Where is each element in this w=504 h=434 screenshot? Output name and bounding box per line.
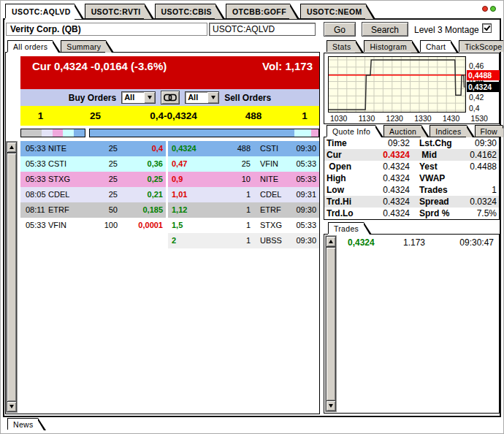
s-s: 1 (215, 187, 251, 202)
montage-scrollbar[interactable] (6, 141, 18, 413)
tab-all-orders[interactable]: All orders (7, 40, 53, 52)
bid-ask-spread: 0,4-0,4324 (130, 110, 217, 121)
c-p: 0,4 (118, 141, 163, 156)
c-s: 100 (86, 218, 118, 233)
tab-quote-info[interactable]: Quote Info (327, 125, 375, 137)
buy-orders-label: Buy Orders (69, 93, 116, 103)
qv2: 7.5% (459, 208, 497, 219)
tab-news[interactable]: News (7, 418, 38, 430)
c-s: 50 (86, 202, 118, 218)
ql: Trd.Lo (327, 208, 364, 219)
quote-info-row: Low0.4324Trades1 (324, 184, 499, 196)
tp: 0,4324 (348, 237, 389, 249)
ql: Open (327, 161, 364, 172)
trades-scrollbar[interactable] (325, 235, 337, 412)
tab-chart[interactable]: Chart (420, 40, 451, 52)
depth-segment (311, 129, 318, 137)
scroll-down-icon[interactable] (7, 401, 17, 412)
buy-order-row[interactable]: 05:33STXG250,25 (20, 172, 166, 187)
scrollbar-thumb[interactable] (326, 247, 336, 401)
ql: Time (327, 137, 364, 149)
tab-auction[interactable]: Auction (383, 125, 421, 137)
quote-info-row: Cur0.4324 Mid0.4162 (324, 149, 499, 161)
status-dot-red-icon (482, 6, 488, 12)
tab-usotc-cbis[interactable]: USOTC:CBIS (155, 4, 215, 18)
c-t: 08:11 (20, 202, 48, 218)
sell-filter-dropdown[interactable]: All (185, 91, 219, 104)
sell-order-row[interactable]: 0,4725VFIN05:33 (168, 156, 319, 172)
tab-usotc-rvti[interactable]: USOTC:RVTI (85, 4, 145, 18)
sell-depth-bar (89, 129, 319, 137)
symbol-input[interactable]: USOTC:AQLVD (209, 23, 316, 36)
c-s: 25 (86, 172, 118, 187)
qr: Sprd % (410, 208, 459, 219)
tab-histogram[interactable]: Histogram (364, 40, 412, 52)
sell-order-row[interactable]: 21UBSS09:30 (168, 233, 319, 248)
tab-usotc-aqlvd[interactable]: USOTC:AQLVD (5, 4, 75, 18)
s-t: 09:30 (287, 233, 316, 248)
depth-segment (63, 129, 74, 137)
quote-tab-bar: Quote InfoAuctionIndicesFlow (327, 125, 504, 137)
qv: 0.4324 (364, 208, 410, 219)
go-button[interactable]: Go (324, 22, 356, 37)
c-m: ETRF (48, 202, 86, 218)
tab-summary[interactable]: Summary (61, 40, 106, 52)
scrollbar-thumb[interactable] (7, 153, 17, 402)
tab-indices[interactable]: Indices (429, 125, 466, 137)
trade-row[interactable]: 0,43241.17309:30:47 (337, 237, 497, 249)
c-p: 0,0001 (118, 218, 163, 233)
level3-montage-checkbox[interactable] (482, 23, 492, 33)
c-m: CSTI (48, 156, 86, 172)
search-button[interactable]: Search (362, 22, 408, 37)
s-m: ETRF (251, 202, 287, 218)
x-tick: 1430 (443, 114, 459, 123)
sell-order-row[interactable]: 1,51STXG05:33 (168, 218, 319, 233)
buy-order-row[interactable]: 08:05CDEL250,21 (20, 187, 166, 202)
sell-order-row[interactable]: 0,4324488CSTI09:30 (168, 141, 319, 156)
c-m: STXG (48, 172, 86, 187)
quote-info-row: Open0.4324Yest0.4488 (324, 161, 499, 172)
s-m: CDEL (251, 187, 287, 202)
quote-info-row: Trd.Lo0.4324Sprd %7.5% (324, 208, 499, 219)
x-axis-labels: 1030 1130 1230 1330 1430 1530 (330, 114, 488, 123)
sell-order-row[interactable]: 1,011CDEL09:31 (168, 187, 319, 202)
c-t: 05:33 (20, 218, 48, 233)
s-p: 0,4324 (168, 141, 215, 156)
c-m: NITE (48, 141, 86, 156)
sell-order-row[interactable]: 1,121ETRF09:30 (168, 202, 319, 218)
qr: Mid (410, 149, 459, 161)
buy-order-row[interactable]: 08:11ETRF500,185 (20, 202, 166, 218)
qv2: 0.4162 (459, 149, 497, 161)
tab-usotc-neom[interactable]: USOTC:NEOM (300, 4, 366, 18)
quote-info-row: High0.4324VWAP (324, 172, 499, 184)
scroll-down-icon[interactable] (326, 400, 336, 411)
qv: 0.4324 (364, 196, 410, 208)
dropdown-arrow-icon[interactable] (207, 92, 218, 103)
ql: Low (327, 184, 364, 196)
dropdown-arrow-icon[interactable] (144, 92, 155, 103)
scroll-up-icon[interactable] (326, 236, 336, 247)
s-m: NITE (251, 172, 287, 187)
buy-order-row[interactable]: 05:33CSTI250,36 (20, 156, 166, 172)
buy-order-row[interactable]: 05:33VFIN1000,0001 (20, 218, 166, 233)
tab-tickscope[interactable]: TickScope (459, 40, 504, 52)
tt: 09:30:47 (425, 237, 497, 249)
buy-filter-dropdown[interactable]: All (121, 91, 156, 104)
tab-otcbb-goff[interactable]: OTCBB:GOFF (226, 4, 290, 18)
status-dot-green-icon (490, 6, 496, 12)
qr: Yest (410, 161, 459, 172)
s-p: 0,47 (168, 156, 215, 172)
qv2: 0.0324 (459, 196, 497, 208)
c-p: 0,185 (118, 202, 163, 218)
sell-order-row[interactable]: 0,910NITE05:33 (168, 172, 319, 187)
buy-order-row[interactable]: 05:33NITE250,4 (20, 141, 166, 156)
depth-segment (53, 129, 64, 137)
c-p: 0,25 (118, 172, 163, 187)
scroll-up-icon[interactable] (7, 142, 17, 153)
tab-trades[interactable]: Trades (328, 222, 364, 234)
tab-flow[interactable]: Flow (475, 125, 503, 137)
link-filters-button[interactable] (161, 91, 180, 104)
s-m: STXG (251, 218, 287, 233)
tab-stats[interactable]: Stats (327, 40, 356, 52)
yesterday-close-badge: 0,4488 (467, 70, 500, 80)
